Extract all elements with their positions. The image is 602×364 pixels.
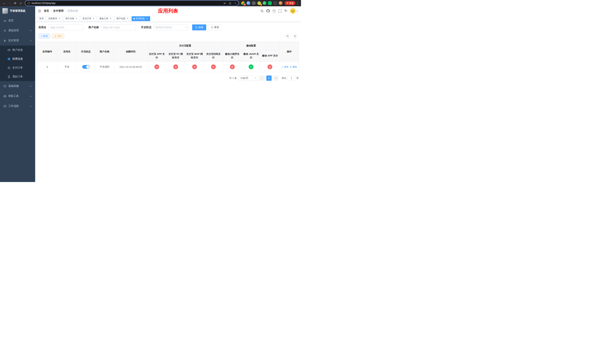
- breadcrumb-payment[interactable]: 支付管理: [53, 9, 64, 13]
- sidebar-subitem-payment-order[interactable]: 支付订单: [0, 63, 35, 72]
- sidebar-subitem-app-info[interactable]: 应用信息: [0, 54, 35, 63]
- tab-close-icon[interactable]: ×: [58, 17, 61, 20]
- document-icon: [7, 75, 10, 78]
- group-header-wechat: 微信配置: [223, 42, 280, 50]
- browser-back-icon[interactable]: ←: [1, 0, 7, 6]
- dashboard-icon: [3, 19, 6, 22]
- app-name-label: 应用名: [37, 26, 46, 29]
- sidebar-subitem-refund-order[interactable]: 退款订单: [0, 72, 35, 81]
- col-header-alipay-wap: 支付宝 WAP 网站支付: [185, 50, 204, 62]
- tab-payment-order[interactable]: 支付订单 ×: [81, 16, 97, 21]
- cell-alipay-wap: ×: [185, 62, 204, 72]
- grid-icon: [7, 58, 10, 60]
- goto-page-input[interactable]: [288, 76, 295, 81]
- app-logo[interactable]: 芋道管理系统: [0, 6, 35, 16]
- tab-label: 首页: [39, 17, 44, 20]
- refresh-icon: [211, 26, 213, 29]
- profile-avatar-extension-icon[interactable]: 1: [257, 1, 261, 5]
- github-icon[interactable]: [266, 9, 270, 13]
- address-bar[interactable]: i localhost:1024/pay/app ☆: [25, 0, 239, 6]
- sidebar-item-system-management[interactable]: 系统管理: [0, 26, 35, 36]
- app-title: 芋道管理系统: [10, 9, 25, 13]
- breadcrumb-home[interactable]: 首页: [44, 9, 49, 13]
- add-button[interactable]: + 新增: [39, 33, 50, 39]
- browser-update-button[interactable]: ⟳ 更新: [285, 1, 295, 5]
- sidebar-item-label: 商户信息: [12, 48, 23, 52]
- browser-reload-icon[interactable]: ⟳: [13, 0, 18, 6]
- url-text[interactable]: localhost:1024/pay/app: [32, 2, 55, 4]
- status-toggle[interactable]: [82, 65, 90, 69]
- toggle-search-button[interactable]: [285, 33, 290, 39]
- reset-button[interactable]: 重置: [208, 24, 222, 30]
- breadcrumb-separator: /: [65, 10, 66, 12]
- user-avatar-menu[interactable]: [290, 8, 298, 14]
- password-key-icon[interactable]: [224, 2, 226, 5]
- tab-close-icon[interactable]: ×: [109, 17, 112, 20]
- app-table: 应用编号 应用名 开启状态 商户名称 创建时间 支付宝配置 微信配置 操作 支付…: [37, 42, 299, 72]
- page-size-value: 10条/页: [240, 76, 248, 80]
- browser-home-icon[interactable]: ⌂: [18, 0, 23, 6]
- prev-page-button[interactable]: ‹: [259, 75, 265, 81]
- sidebar-fold-icon[interactable]: [38, 9, 41, 13]
- chat-extension-icon[interactable]: [268, 1, 272, 5]
- status-alipay-wap-icon: ×: [192, 64, 197, 69]
- screenshot-extension-icon[interactable]: 10: [241, 1, 245, 5]
- status-label: 开启状态: [140, 26, 151, 29]
- refresh-table-button[interactable]: [292, 33, 298, 39]
- table-toolbar: + 新增 导出: [37, 33, 299, 39]
- tab-user-group[interactable]: 用户分组 ×: [64, 16, 80, 21]
- bookmark-star-icon[interactable]: ☆: [234, 2, 236, 5]
- monitor-icon: [3, 85, 6, 87]
- status-alipay-pc-icon: ×: [173, 64, 178, 69]
- dark-globe-extension-icon[interactable]: [252, 1, 256, 5]
- fullscreen-icon[interactable]: [279, 10, 281, 13]
- chevron-down-icon: [30, 85, 32, 87]
- browser-menu-icon[interactable]: ⋮: [296, 1, 300, 5]
- sidebar-item-label: 支付订单: [12, 66, 23, 69]
- page-1-button[interactable]: 1: [266, 75, 272, 81]
- merchant-name-input[interactable]: [101, 24, 136, 30]
- cell-wechat-mini: ×: [223, 62, 242, 72]
- tab-refund-order[interactable]: 退款订单 ×: [97, 16, 114, 21]
- sidebar-item-payment-management[interactable]: ¥ 支付管理: [0, 36, 35, 45]
- edit-button[interactable]: 修改: [281, 65, 288, 68]
- tab-close-icon[interactable]: ×: [92, 17, 95, 20]
- tab-label: 商户信息: [117, 17, 125, 20]
- site-info-icon[interactable]: i: [27, 2, 30, 5]
- sidebar-item-label: 支付管理: [8, 39, 19, 42]
- browser-toolbar: ← → ⟳ ⌂ i localhost:1024/pay/app ☆ 10: [0, 0, 301, 6]
- tab-close-icon[interactable]: ×: [75, 17, 78, 20]
- delete-button[interactable]: 删除: [290, 65, 297, 68]
- tab-merchant-info[interactable]: 商户信息 ×: [115, 16, 131, 21]
- font-size-icon[interactable]: TT: [284, 10, 287, 12]
- caret-down-icon: [296, 10, 298, 12]
- page-size-select[interactable]: 10条/页 ▾: [239, 75, 258, 81]
- emoji-avatar-extension-icon[interactable]: [279, 1, 282, 5]
- help-icon[interactable]: ?: [272, 10, 276, 13]
- sidebar-subitem-merchant-info[interactable]: 商户信息: [0, 45, 35, 54]
- tab-home[interactable]: 首页: [37, 16, 45, 21]
- sidebar-item-infrastructure[interactable]: 基础设施: [0, 81, 35, 91]
- tab-process-form[interactable]: 流程表单 ×: [46, 16, 63, 21]
- logo-avatar: [2, 8, 8, 14]
- green-circle-extension-icon[interactable]: [263, 1, 266, 5]
- sidebar-item-workflow[interactable]: 工作流程: [0, 101, 35, 111]
- puzzle-extensions-icon[interactable]: [273, 1, 277, 5]
- export-button[interactable]: 导出: [52, 33, 64, 39]
- extension-badge: 10: [243, 3, 246, 6]
- tab-label: 退款订单: [99, 17, 108, 20]
- search-button-label: 搜索: [198, 26, 203, 29]
- next-page-button[interactable]: ›: [273, 75, 279, 81]
- tab-app-info[interactable]: 应用信息 ×: [132, 16, 150, 21]
- app-name-input[interactable]: [48, 24, 83, 30]
- sidebar-item-home[interactable]: 首页: [0, 16, 35, 26]
- gear-icon: [3, 29, 6, 32]
- search-icon[interactable]: [260, 10, 264, 13]
- tab-close-icon[interactable]: ×: [146, 17, 148, 20]
- tab-close-icon[interactable]: ×: [126, 17, 129, 20]
- search-button[interactable]: 搜索: [192, 24, 206, 30]
- water-drop-extension-icon[interactable]: [247, 1, 250, 5]
- sidebar-item-dev-tools[interactable]: 研发工具: [0, 91, 35, 101]
- share-icon[interactable]: [229, 2, 231, 4]
- status-select[interactable]: 请选择开启状态 ▾: [153, 24, 188, 30]
